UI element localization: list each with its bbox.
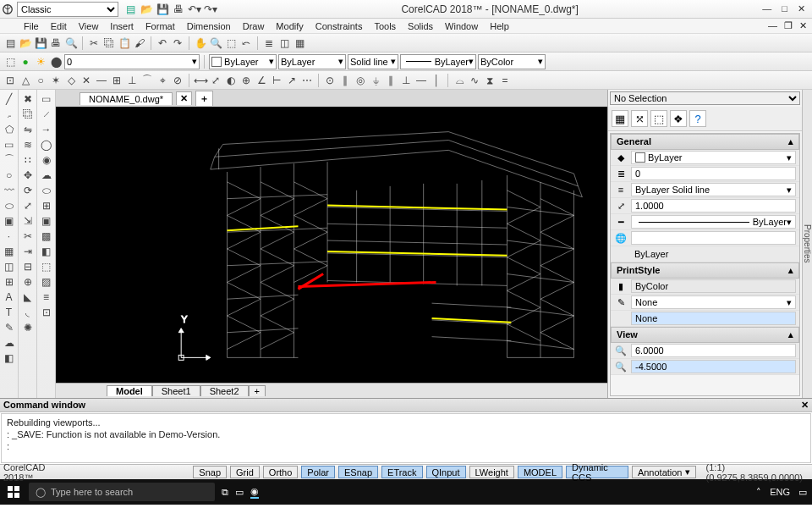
rotate-icon[interactable]: ⟳	[21, 183, 35, 197]
menu-draw[interactable]: Draw	[243, 21, 265, 31]
section-view[interactable]: View▴	[611, 327, 799, 343]
osnap-node-icon[interactable]: ✶	[49, 74, 63, 87]
undo2-icon[interactable]: ↶	[156, 36, 169, 50]
zoom-prev-icon[interactable]: ⤺	[239, 36, 253, 50]
zoom-icon[interactable]: 🔍	[209, 36, 222, 50]
layer-lock-icon[interactable]: ⬤	[49, 55, 63, 69]
ray-icon[interactable]: →	[40, 122, 53, 136]
con-parallel-icon[interactable]: ∥	[384, 74, 398, 87]
open-doc-icon[interactable]: 📂	[19, 36, 32, 50]
dim-linear-icon[interactable]: ⟷	[194, 74, 207, 87]
taskbar-search[interactable]: ◯ Type here to search	[29, 483, 215, 501]
save-icon[interactable]: 💾	[156, 3, 169, 16]
break-icon[interactable]: ⊟	[21, 259, 35, 273]
copy2-icon[interactable]: ⿻	[21, 107, 35, 121]
tray-up-icon[interactable]: ˄	[756, 487, 761, 498]
menu-tools[interactable]: Tools	[374, 21, 396, 31]
osnap-tan-icon[interactable]: ⌒	[140, 74, 154, 87]
con-vert-icon[interactable]: │	[430, 74, 443, 87]
offset-icon[interactable]: ≋	[21, 137, 35, 152]
zoom-window-icon[interactable]: ⬚	[224, 36, 238, 50]
hatch2-icon[interactable]: ▩	[40, 229, 53, 243]
menu-help[interactable]: Help	[490, 21, 509, 31]
xline-icon[interactable]: ⟋	[40, 107, 53, 121]
status-etrack[interactable]: ETrack	[381, 466, 422, 478]
con-smooth-icon[interactable]: ∿	[468, 74, 481, 87]
props-icon[interactable]: ≣	[262, 36, 276, 50]
preview-icon[interactable]: 🔍	[64, 36, 78, 50]
spline-icon[interactable]: 〰	[3, 183, 16, 197]
dim-angular-icon[interactable]: ∠	[255, 74, 268, 87]
menu-edit[interactable]: Edit	[51, 21, 67, 31]
mirror-icon[interactable]: ⇋	[21, 122, 35, 136]
taskview-icon[interactable]: ⧉	[222, 487, 228, 498]
boundary-icon[interactable]: ⬚	[40, 259, 53, 273]
prop-toggle-icon[interactable]: ❖	[670, 110, 687, 127]
dim-ord-icon[interactable]: ⊢	[270, 74, 283, 87]
open-icon[interactable]: 📂	[140, 3, 153, 16]
revcloud-icon[interactable]: ☁	[40, 168, 53, 182]
properties-dock-tab[interactable]: Properties	[802, 90, 812, 398]
prop-layer[interactable]: 0	[631, 167, 796, 180]
pan-icon[interactable]: ✋	[194, 36, 207, 50]
dim-diameter-icon[interactable]: ⊕	[239, 74, 253, 87]
add-tab-button[interactable]: ＋	[195, 91, 213, 106]
dim-leader-icon[interactable]: ↗	[285, 74, 299, 87]
layer-combo[interactable]: 0▾	[64, 54, 200, 69]
menu-solids[interactable]: Solids	[408, 21, 433, 31]
con-tangent-icon[interactable]: ⌓	[453, 74, 466, 87]
select-icon[interactable]: ▭	[40, 91, 53, 106]
tab-model[interactable]: Model	[107, 385, 152, 396]
prop-quick-icon[interactable]: ⤱	[631, 110, 648, 127]
stretch-icon[interactable]: ⇲	[21, 213, 35, 228]
join-icon[interactable]: ⊕	[21, 274, 35, 289]
maximize-button[interactable]: □	[782, 3, 787, 14]
taskbar-app1-icon[interactable]: ▭	[235, 487, 244, 498]
prop-pick-icon[interactable]: ▦	[612, 110, 628, 127]
tab-sheet2[interactable]: Sheet2	[200, 385, 249, 396]
note-icon[interactable]: ✎	[3, 320, 16, 334]
prop-view-y[interactable]: -4.5000	[631, 360, 796, 373]
gradient-icon[interactable]: ◧	[40, 244, 53, 258]
con-sym-icon[interactable]: ⧗	[483, 74, 497, 87]
layer-freeze-icon[interactable]: ☀	[34, 55, 47, 69]
scale-icon[interactable]: ⤢	[21, 198, 35, 213]
field-icon[interactable]: ⊡	[40, 305, 53, 319]
menu-file[interactable]: File	[24, 21, 39, 31]
move-icon[interactable]: ✥	[21, 168, 35, 182]
match-icon[interactable]: 🖌	[133, 36, 146, 50]
status-annotation[interactable]: Annotation ▾	[632, 466, 696, 478]
linetype-combo[interactable]: ByLayer▾	[400, 54, 476, 69]
prop-lineweight[interactable]: ByLayer▾	[631, 215, 796, 229]
section-printstyle[interactable]: PrintStyle▴	[611, 262, 799, 279]
status-lweight[interactable]: LWeight	[469, 466, 514, 478]
redo-icon[interactable]: ↷▾	[204, 3, 217, 16]
hatch-icon[interactable]: ▦	[3, 244, 16, 258]
makebk-icon[interactable]: ▣	[40, 213, 53, 228]
mdi-close-button[interactable]: ✕	[799, 20, 807, 31]
status-grid[interactable]: Grid	[230, 466, 260, 478]
trim-icon[interactable]: ✂	[21, 229, 35, 243]
mdi-restore-button[interactable]: ❐	[784, 20, 793, 31]
dim-aligned-icon[interactable]: ⤢	[209, 74, 222, 87]
prop-printcolor[interactable]: ByColor	[631, 279, 796, 293]
con-fix-icon[interactable]: ⏚	[369, 74, 382, 87]
status-polar[interactable]: Polar	[301, 466, 335, 478]
undo-icon[interactable]: ↶▾	[188, 3, 201, 16]
prop-hyperlink[interactable]	[631, 231, 796, 245]
wipeout-icon[interactable]: ▨	[40, 274, 53, 289]
con-perp-icon[interactable]: ⊥	[399, 74, 413, 87]
array-icon[interactable]: ∷	[21, 152, 35, 167]
menu-constraints[interactable]: Constraints	[315, 21, 363, 31]
table-icon[interactable]: ⊞	[3, 274, 16, 289]
con-collinear-icon[interactable]: ∥	[338, 74, 352, 87]
osnap-ext-icon[interactable]: —	[95, 74, 108, 87]
text-icon[interactable]: A	[3, 290, 16, 304]
status-qinput[interactable]: QInput	[426, 466, 466, 478]
fillet-icon[interactable]: ◟	[21, 305, 35, 319]
tray-notify-icon[interactable]: ▭	[798, 487, 807, 498]
close-button[interactable]: ✕	[798, 3, 805, 14]
ellipse2-icon[interactable]: ⬭	[40, 183, 53, 197]
circle2-icon[interactable]: ◯	[40, 137, 53, 152]
linestyle-combo[interactable]: ByLayer▾	[278, 54, 346, 69]
